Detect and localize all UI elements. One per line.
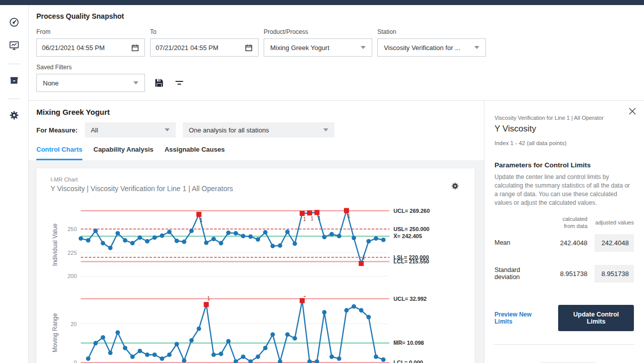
ucl-label: UCL= 269.260 — [393, 208, 430, 214]
product-process-value: Mixing Greek Yogurt — [270, 44, 329, 52]
svg-text:250: 250 — [68, 226, 77, 232]
usl-label: USL= 250.000 — [393, 226, 429, 232]
control-limits-panel: Viscosity Verification for Line 1 | All … — [484, 101, 644, 363]
chart-title: Y Viscosity | Viscosity Verification for… — [51, 185, 468, 193]
stddev-adjusted-cell — [595, 265, 634, 283]
xbar-label: X̅= 242.405 — [393, 233, 422, 239]
chevron-down-icon — [165, 128, 170, 131]
empty-header — [494, 222, 544, 226]
panel-title: Y Viscosity — [494, 124, 634, 134]
archive-box-icon — [9, 75, 20, 88]
svg-text:200: 200 — [68, 273, 77, 279]
stddev-adjusted-input[interactable] — [595, 265, 634, 283]
top-app-bar — [0, 0, 644, 5]
col-header-adjusted: adjusted values — [595, 219, 634, 230]
params-table: calculated from data adjusted values Mea… — [494, 215, 634, 283]
mr-chart-limit-labels: UCL= 32.992 M̅R̅= 10.098 LCL= 0.000 — [390, 296, 457, 363]
i-chart-y-axis-title: Individual Value — [51, 206, 60, 284]
calendar-icon[interactable] — [244, 41, 253, 54]
svg-text:1: 1 — [200, 217, 203, 223]
chart-settings-button[interactable] — [451, 182, 461, 192]
filter-header: Process Quality Snapshot From — [29, 5, 644, 101]
mean-adjusted-cell — [595, 234, 634, 252]
mean-calculated-value: 242.4048 — [551, 239, 587, 247]
tab-capability-analysis[interactable]: Capability Analysis — [93, 146, 154, 160]
process-title: Mixing Greek Yogurt — [36, 108, 476, 116]
svg-text:1: 1 — [207, 296, 210, 301]
tab-control-charts[interactable]: Control Charts — [36, 146, 82, 160]
chart-type-label: I-MR Chart — [51, 176, 468, 183]
update-control-limits-button[interactable]: Update Control Limits — [558, 305, 634, 331]
svg-text:225: 225 — [68, 250, 77, 256]
stddev-calculated-value: 8.951738 — [551, 270, 587, 278]
station-value: Viscosity Verification for ... — [384, 44, 461, 52]
measure-select[interactable]: All — [85, 122, 176, 138]
nav-archive[interactable] — [8, 75, 20, 87]
svg-text:1: 1 — [311, 216, 314, 221]
analysis-tabs: Control Charts Capability Analysis Assig… — [36, 146, 476, 160]
close-icon — [629, 108, 636, 115]
product-process-select[interactable]: Mixing Greek Yogurt — [264, 38, 372, 57]
mr-chart-y-axis-title: Moving Range — [51, 296, 60, 363]
saved-filters-value: None — [43, 79, 59, 87]
row-spacer — [494, 252, 634, 265]
imr-chart-card: I-MR Chart Y Viscosity | Viscosity Verif… — [36, 168, 475, 363]
mrbar-label: M̅R̅= 10.098 — [393, 340, 424, 346]
individuals-chart-plot[interactable]: 250225200111111 — [60, 206, 390, 282]
svg-text:1: 1 — [303, 216, 306, 222]
saved-filters-label: Saved Filters — [36, 64, 145, 71]
mean-adjusted-input[interactable] — [595, 234, 634, 252]
filter-button[interactable] — [173, 77, 185, 89]
chart-canvas: I-MR Chart Y Viscosity | Viscosity Verif… — [29, 160, 484, 363]
filter-icon — [174, 78, 184, 88]
tab-assignable-causes[interactable]: Assignable Causes — [165, 146, 225, 160]
for-measure-label: For Measure: — [36, 126, 78, 134]
panel-index-range: Index 1 - 42 (all data points) — [494, 140, 634, 146]
stddev-row-label: Standard deviation — [494, 266, 544, 281]
params-description: Update the center line and control limit… — [494, 173, 634, 207]
gauge-icon — [9, 17, 20, 30]
left-nav-rail — [0, 5, 29, 363]
chevron-down-icon — [474, 46, 479, 49]
station-label: Station — [377, 28, 486, 35]
save-icon — [154, 78, 164, 88]
mean-row-label: Mean — [494, 239, 544, 246]
moving-range-chart-plot[interactable]: 20011 — [60, 296, 390, 363]
rail-divider — [8, 64, 20, 64]
from-datetime-input[interactable] — [42, 44, 131, 52]
station-select[interactable]: Viscosity Verification for ... — [377, 38, 486, 57]
preview-new-limits-link[interactable]: Preview New Limits — [494, 311, 547, 325]
analysis-section-head: Mixing Greek Yogurt For Measure: All One… — [29, 101, 484, 160]
nav-settings[interactable] — [8, 110, 20, 122]
lcl-label: LCL= 215.550 — [393, 258, 429, 264]
from-datetime-field[interactable] — [36, 38, 145, 57]
calendar-icon[interactable] — [131, 41, 139, 54]
from-label: From — [36, 28, 145, 35]
chevron-down-icon — [323, 128, 328, 131]
measure-value: All — [91, 126, 98, 134]
close-panel-button[interactable] — [628, 107, 637, 116]
analysis-mode-select[interactable]: One analysis for all stations — [183, 122, 334, 138]
svg-text:0: 0 — [74, 359, 77, 363]
ucl-label: UCL= 32.992 — [393, 296, 427, 302]
to-datetime-input[interactable] — [156, 44, 244, 52]
lcl-label: LCL= 0.000 — [393, 359, 423, 363]
nav-dashboard-gauge[interactable] — [8, 17, 20, 29]
saved-filters-select[interactable]: None — [36, 74, 145, 92]
save-filter-button[interactable] — [153, 77, 165, 89]
page-title: Process Quality Snapshot — [36, 12, 644, 20]
nav-monitor-charts[interactable] — [8, 40, 20, 53]
params-title: Parameters for Control Limits — [494, 161, 634, 169]
svg-text:1: 1 — [348, 213, 351, 219]
rail-divider — [8, 99, 20, 99]
gear-icon — [451, 182, 460, 191]
panel-breadcrumb: Viscosity Verification for Line 1 | All … — [494, 115, 634, 121]
to-datetime-field[interactable] — [150, 38, 259, 57]
gear-icon — [9, 110, 20, 123]
i-chart-limit-labels: UCL= 269.260 USL= 250.000 X̅= 242.405 LS… — [390, 206, 457, 284]
svg-text:1: 1 — [318, 215, 321, 221]
col-header-calculated: calculated from data — [551, 215, 587, 234]
analysis-mode-value: One analysis for all stations — [189, 126, 269, 134]
svg-text:1: 1 — [303, 296, 306, 298]
svg-text:20: 20 — [71, 321, 77, 327]
